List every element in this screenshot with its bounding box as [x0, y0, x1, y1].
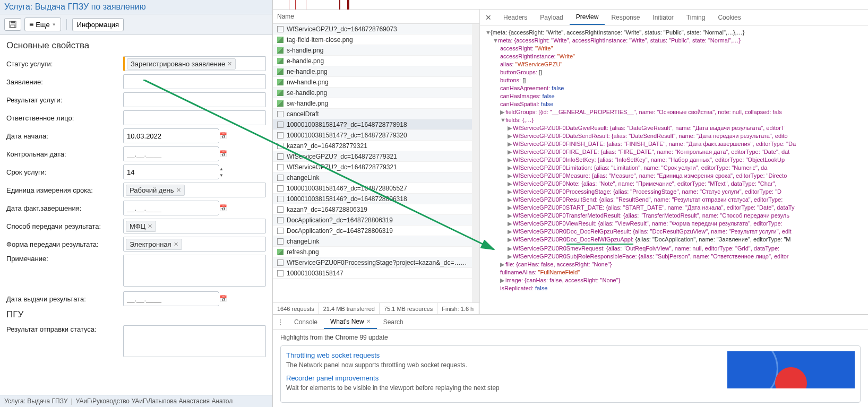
form-method-field[interactable]: Электронная✕ — [123, 237, 266, 252]
xhr-icon — [277, 132, 283, 138]
info-button[interactable]: Информация — [72, 18, 124, 31]
responsible-input[interactable] — [123, 110, 266, 125]
form-method-label: Форма передачи результата: — [6, 240, 123, 248]
give-date-label: Дата выдачи результата: — [6, 295, 123, 303]
network-row[interactable]: refresh.png — [273, 247, 472, 257]
calendar-icon[interactable]: 📅 — [219, 292, 227, 305]
close-icon[interactable]: ✕ — [480, 13, 497, 22]
calendar-icon[interactable]: 📅 — [219, 202, 227, 214]
tag-close-icon[interactable]: ✕ — [227, 60, 232, 67]
preview-tabs: ✕ HeadersPayloadPreviewResponseInitiator… — [480, 10, 868, 25]
card-link[interactable]: Throttling web socket requests — [286, 351, 717, 359]
xhr-icon — [277, 122, 283, 128]
network-name: changeLink — [287, 174, 468, 181]
result-input[interactable] — [123, 92, 266, 107]
control-date-field[interactable]: 📅 — [123, 146, 219, 161]
network-row[interactable]: 1000010038158147?_dc=1648728778918 — [273, 119, 472, 130]
close-icon[interactable]: ✕ — [366, 318, 371, 324]
status-field[interactable]: Зарегистрировано заявление✕ — [123, 56, 266, 71]
xhr-icon — [277, 238, 283, 245]
image-icon — [277, 79, 283, 85]
tab-headers[interactable]: Headers — [497, 10, 534, 25]
xhr-icon — [277, 270, 283, 276]
responsible-label: Ответственное лицо: — [6, 114, 123, 122]
network-row[interactable]: cancelDraft — [273, 109, 472, 119]
network-name: s-handle.png — [287, 47, 468, 54]
network-row[interactable]: ne-handle.png — [273, 66, 472, 77]
xhr-icon — [277, 185, 283, 192]
timeline-ruler[interactable] — [273, 0, 868, 10]
unit-field[interactable]: Рабочий день✕ — [123, 183, 266, 197]
start-date-label: Дата начала: — [6, 132, 123, 140]
kebab-icon[interactable]: ⋮ — [273, 318, 288, 326]
tag-close-icon[interactable]: ✕ — [176, 187, 181, 194]
image-icon — [277, 68, 283, 75]
network-row[interactable]: changeLink — [273, 236, 472, 247]
more-button[interactable]: ≡Еще▼ — [24, 18, 61, 31]
window-title: Услуга: Выдача ГПЗУ по заявлению — [0, 0, 272, 14]
tab-response[interactable]: Response — [605, 10, 646, 25]
spinner-up-icon[interactable]: ▲ — [219, 166, 224, 172]
tab-payload[interactable]: Payload — [534, 10, 569, 25]
drawer-tab-search[interactable]: Search — [377, 315, 410, 329]
network-list[interactable]: WfServiceGPZU?_dc=1648728769073tag-field… — [273, 24, 472, 302]
network-row[interactable]: kazan?_dc=1648728779321 — [273, 141, 472, 151]
network-row[interactable]: e-handle.png — [273, 56, 472, 66]
give-date-field[interactable]: 📅 — [123, 291, 219, 306]
network-row[interactable]: WfServiceGPZU?_dc=1648728779321 — [273, 162, 472, 172]
tab-preview[interactable]: Preview — [570, 10, 605, 25]
network-row[interactable]: WfServiceGPZU?_dc=1648728769073 — [273, 24, 472, 34]
network-row[interactable]: tag-field-item-close.png — [273, 34, 472, 45]
xhr-icon — [277, 217, 283, 223]
calendar-icon[interactable]: 📅 — [219, 148, 227, 160]
svg-rect-2 — [11, 25, 15, 28]
fact-date-field[interactable]: 📅 — [123, 201, 219, 215]
network-row[interactable]: changeLink — [273, 172, 472, 183]
image-icon — [277, 249, 283, 255]
image-icon — [277, 37, 283, 43]
network-row[interactable]: DocApplication?_dc=1648728806319 — [273, 215, 472, 226]
network-row[interactable]: sw-handle.png — [273, 98, 472, 109]
drawer-tab-console[interactable]: Console — [288, 315, 324, 329]
network-row[interactable]: kazan?_dc=1648728806319 — [273, 204, 472, 215]
scrollbar[interactable] — [472, 24, 479, 302]
section-header: Основные свойства — [6, 40, 266, 51]
json-preview[interactable]: ▼{meta: {accessRight: "Write", accessRig… — [480, 25, 868, 314]
network-row[interactable]: s-handle.png — [273, 45, 472, 56]
tab-initiator[interactable]: Initiator — [646, 10, 680, 25]
network-row[interactable]: WfServiceGPZU?_dc=1648728779321 — [273, 151, 472, 162]
network-row[interactable]: 1000010038158146?_dc=1648728805527 — [273, 183, 472, 194]
network-name: 1000010038158147?_dc=1648728779320 — [287, 132, 468, 139]
toolbar: ≡Еще▼ Информация — [0, 14, 272, 35]
network-name: WfServiceGPZU0F0ProcessingStage?project=… — [287, 259, 468, 266]
tag-close-icon[interactable]: ✕ — [148, 223, 152, 230]
send-result-textarea[interactable] — [123, 325, 266, 357]
card-link[interactable]: Recorder panel improvements — [286, 374, 717, 382]
request-input[interactable] — [123, 74, 266, 89]
network-row[interactable]: 1000010038158147?_dc=1648728779320 — [273, 130, 472, 141]
network-name: 1000010038158146?_dc=1648728805527 — [287, 185, 468, 192]
calendar-icon[interactable]: 📅 — [219, 129, 227, 142]
network-row[interactable]: nw-handle.png — [273, 77, 472, 88]
network-row[interactable]: 1000010038158146?_dc=1648728806318 — [273, 194, 472, 204]
network-header[interactable]: Name — [273, 10, 479, 24]
tag-close-icon[interactable]: ✕ — [174, 241, 178, 248]
note-textarea[interactable] — [123, 255, 266, 287]
network-row[interactable]: DocApplication?_dc=1648728806319 — [273, 226, 472, 236]
network-row[interactable]: se-handle.png — [273, 88, 472, 98]
network-row[interactable]: WfServiceGPZU0F0ProcessingStage?project=… — [273, 257, 472, 268]
network-row[interactable]: 1000010038158147 — [273, 268, 472, 279]
drawer-tab-whatsnew[interactable]: What's New✕ — [324, 315, 377, 329]
spinner-down-icon[interactable]: ▼ — [219, 172, 224, 178]
transfer-field[interactable]: МФЦ✕ — [123, 219, 266, 233]
network-name: DocApplication?_dc=1648728806319 — [287, 217, 468, 224]
section-header-2: ПГУ — [6, 309, 266, 320]
tab-timing[interactable]: Timing — [680, 10, 712, 25]
term-field[interactable]: ▲▼ — [123, 164, 219, 179]
tab-cookies[interactable]: Cookies — [711, 10, 747, 25]
start-date-field[interactable]: 📅 — [123, 128, 219, 143]
separator — [66, 19, 67, 30]
save-button[interactable] — [4, 18, 21, 31]
card-desc: Wait for elements to be visible in the v… — [286, 384, 717, 392]
network-name: se-handle.png — [287, 89, 468, 97]
